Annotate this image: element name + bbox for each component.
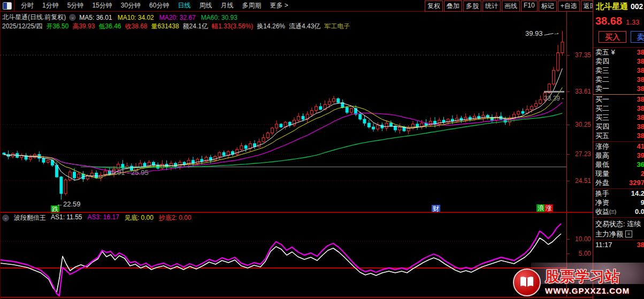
price-range-annotation: 25.91 - 25.95 bbox=[108, 168, 149, 177]
quote-row[interactable]: 卖二38 bbox=[593, 75, 644, 84]
stock-code: 002 bbox=[631, 2, 643, 11]
ohlc-field: 额24.1亿 bbox=[183, 22, 208, 31]
toolbar-button-标记[interactable]: 标记 bbox=[539, 1, 557, 12]
stat-rows: 换手14.2净资9收益㈢0.0 bbox=[593, 189, 644, 216]
quote-row[interactable]: 净资9 bbox=[593, 198, 644, 207]
watermark: 股票学习站 WWW.GPXXZ1.COM bbox=[510, 267, 644, 299]
quote-row[interactable]: 买四38 bbox=[593, 122, 644, 131]
buy-button[interactable]: 买入 bbox=[599, 31, 626, 43]
toolbar-button-+自选[interactable]: +自选 bbox=[558, 1, 580, 12]
quote-row[interactable]: 换手14.2 bbox=[593, 189, 644, 198]
menu-item-1分钟[interactable]: 1分钟 bbox=[38, 1, 63, 10]
y-axis-label: 24.51 bbox=[568, 177, 591, 185]
watermark-url: WWW.GPXXZ1.COM bbox=[545, 286, 644, 295]
menu-item-30分钟[interactable]: 30分钟 bbox=[117, 1, 145, 10]
ohlc-field: 开36.50 bbox=[46, 22, 68, 31]
quote-row[interactable]: 卖一38 bbox=[593, 84, 644, 93]
menu-item-60分钟[interactable]: 60分钟 bbox=[145, 1, 173, 10]
menu-item-日线[interactable]: 日线 bbox=[173, 1, 195, 10]
main-chart-canvas[interactable] bbox=[1, 30, 566, 212]
quote-row[interactable]: 卖五 ¥38 bbox=[593, 48, 644, 57]
y-axis-label: 37.35 bbox=[568, 51, 591, 59]
quote-row[interactable]: 最高39 bbox=[593, 151, 644, 160]
ohlc-field: 流通4.43亿 bbox=[289, 22, 320, 31]
sell-levels: 卖五 ¥38卖四38卖三38卖二38卖一38 bbox=[593, 48, 644, 93]
indicator-y-label: 5.00 bbox=[568, 250, 591, 257]
split-window-icon[interactable] bbox=[3, 2, 12, 10]
main-flow-label: 主力净额 bbox=[595, 229, 623, 239]
quote-row[interactable]: 现量2 bbox=[593, 169, 644, 178]
ohlc-field: 换14.26% bbox=[257, 22, 285, 31]
toolbar-button-叠加[interactable]: 叠加 bbox=[444, 1, 462, 12]
ref-price-marker bbox=[544, 91, 564, 93]
tick-row: 11:17 38 bbox=[593, 240, 644, 249]
menu-item-15分钟[interactable]: 15分钟 bbox=[88, 1, 116, 10]
chevron-down-icon[interactable]: ⌄ bbox=[69, 14, 76, 21]
menu-item-周线[interactable]: 周线 bbox=[195, 1, 216, 10]
toolbar-button-画线[interactable]: 画线 bbox=[502, 1, 520, 12]
y-axis-label: 33.61 bbox=[568, 88, 591, 95]
menu-item-多周期[interactable]: 多周期 bbox=[237, 1, 265, 10]
menu-item-分时[interactable]: 分时 bbox=[17, 1, 38, 10]
chevron-down-icon[interactable]: ⌄ bbox=[2, 214, 9, 221]
last-price: 38.68 bbox=[595, 15, 622, 27]
low-price-annotation: ←22.59 bbox=[56, 200, 81, 208]
ohlc-field: 高39.93 bbox=[72, 22, 95, 31]
chart-title-row: 北斗星通(日线.前复权) ⌄ MA5: 36.01MA10: 34.02MA20… bbox=[2, 13, 237, 22]
ohlc-field: 收38.68 bbox=[125, 22, 148, 31]
toolbar-button-F10[interactable]: F10 bbox=[521, 1, 538, 12]
book-logo-icon bbox=[513, 269, 541, 296]
trading-terminal-window: 分时1分钟5分钟15分钟30分钟60分钟日线周线月线多周期更多 > 复权叠加多股… bbox=[0, 0, 644, 299]
arrow-right-icon: ──→ bbox=[543, 28, 559, 39]
ohlc-field: 幅1.33(3.56%) bbox=[212, 22, 253, 31]
chart-badge-浪: 浪 bbox=[536, 204, 545, 212]
quote-row[interactable]: 卖四38 bbox=[593, 57, 644, 66]
tick-time: 11:17 bbox=[595, 241, 612, 249]
info-rows: 涨停41最高39最低36现量2外盘3297 bbox=[593, 142, 644, 187]
topbar-menu: 分时1分钟5分钟15分钟30分钟60分钟日线周线月线多周期更多 > bbox=[17, 1, 293, 10]
quote-row[interactable]: 涨停41 bbox=[593, 142, 644, 151]
toolbar-button-多股[interactable]: 多股 bbox=[463, 1, 481, 12]
ohlc-fields: 开36.50高39.93低36.46收38.68量631438额24.1亿幅1.… bbox=[46, 22, 350, 31]
menu-item-月线[interactable]: 月线 bbox=[216, 1, 237, 10]
quote-row[interactable]: 最低36 bbox=[593, 160, 644, 169]
buy-levels: 买一38买二38买三38买四38买五38 bbox=[593, 95, 644, 140]
y-axis-label: 30.25 bbox=[568, 121, 591, 128]
y-axis-label: 27.23 bbox=[568, 150, 591, 158]
topbar-buttons: 复权叠加多股统计画线F10标记+自选返回 bbox=[425, 1, 599, 12]
indicator-canvas[interactable] bbox=[1, 221, 566, 297]
ohlc-field: 量631438 bbox=[151, 22, 179, 31]
indicator-y-label: 10.00 bbox=[568, 235, 591, 243]
date-label: 2025/12/25/四 bbox=[2, 22, 42, 31]
trading-status: 交易状态: 连续 bbox=[593, 218, 644, 228]
watermark-title: 股票学习站 bbox=[545, 267, 644, 286]
quote-row[interactable]: 买二38 bbox=[593, 104, 644, 113]
sell-button[interactable]: 卖出 bbox=[631, 31, 644, 43]
panel-separator[interactable] bbox=[1, 212, 593, 213]
toolbar-button-复权[interactable]: 复权 bbox=[425, 1, 443, 12]
quote-row[interactable]: 收益㈢0.0 bbox=[593, 207, 644, 216]
quote-row[interactable]: 买五38 bbox=[593, 131, 644, 140]
chart-title: 北斗星通(日线.前复权) bbox=[2, 13, 66, 22]
ref-price-annotation: 33.39 - bbox=[544, 95, 564, 102]
quote-row[interactable]: 卖三38 bbox=[593, 66, 644, 75]
detail-list-icon[interactable]: ≡ bbox=[625, 231, 632, 237]
topbar-separator bbox=[14, 0, 14, 11]
tick-price: 38 bbox=[637, 241, 644, 249]
price-change: 1.33 bbox=[626, 18, 639, 26]
high-price-annotation: 39.93──→ bbox=[525, 29, 559, 37]
ma-value: MA5: 36.01 bbox=[79, 14, 112, 21]
ohlc-field: 军工电子 bbox=[324, 22, 350, 31]
ma-values: MA5: 36.01MA10: 34.02MA20: 32.67MA60: 30… bbox=[79, 14, 237, 21]
quote-row[interactable]: 买三38 bbox=[593, 113, 644, 122]
quote-row[interactable]: 外盘3297 bbox=[593, 178, 644, 187]
stock-name: 北斗星通 bbox=[596, 2, 628, 12]
menu-item-5分钟[interactable]: 5分钟 bbox=[63, 1, 88, 10]
ma-value: MA10: 34.02 bbox=[118, 14, 154, 21]
ma-value: MA60: 30.93 bbox=[201, 14, 237, 21]
toolbar-button-统计[interactable]: 统计 bbox=[482, 1, 501, 12]
quote-row[interactable]: 买一38 bbox=[593, 95, 644, 104]
chart-badge-涨: 涨 bbox=[545, 204, 553, 212]
menu-item-更多 >[interactable]: 更多 > bbox=[265, 1, 292, 10]
quote-panel: 北斗星通 002 38.68 1.33 买入 卖出 卖五 ¥38卖四38卖三38… bbox=[593, 0, 644, 299]
